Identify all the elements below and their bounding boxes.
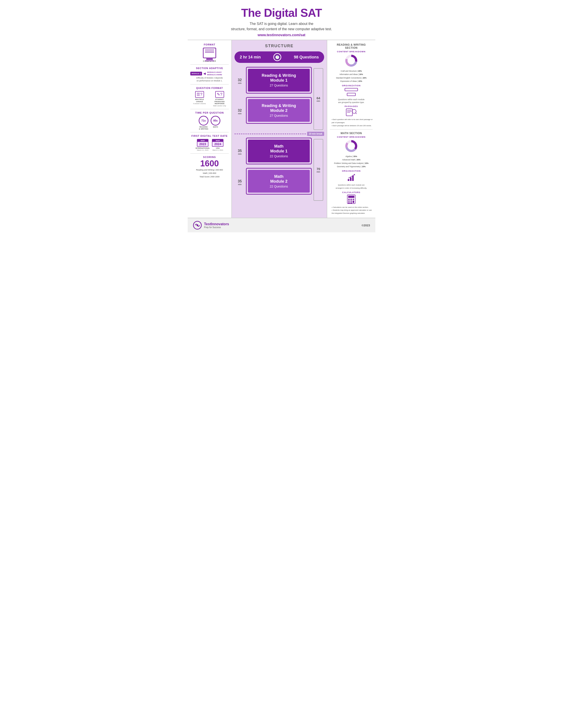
rw-section-title: READING & WRITINGSECTION: [330, 43, 373, 49]
svg-rect-5: [346, 109, 352, 116]
math-time-circle: 95s: [211, 116, 220, 126]
breakdown-item-1: Information and Ideas | 26%: [330, 73, 373, 76]
module2hard-label: MODULE 2-HARD: [207, 74, 222, 76]
question-format-row: ☰? MULTIPLECHOICE 4 answer choices ✎? ST…: [190, 91, 229, 107]
rw-total-unit: min: [317, 100, 320, 102]
math-total-num: 70: [317, 167, 321, 171]
org-icon-row2: [330, 92, 373, 97]
passages-icon: [330, 108, 373, 117]
format-title: FORMAT: [190, 43, 229, 46]
score-detail2: Math | 200-800: [190, 172, 229, 175]
rw-mod2-outline: Reading & WritingModule 2 27 Questions: [246, 97, 312, 124]
rw-module1-name: Reading & WritingModule 1: [251, 73, 306, 83]
svg-rect-28: [348, 202, 350, 203]
clock-icon: 🕐: [273, 53, 281, 61]
rw-mod1-time-unit: min: [238, 82, 241, 84]
total-bar: 2 hr 14 min 🕐 98 Questions: [234, 51, 324, 63]
breakdown-item-3: Expression of Ideas | 20%: [330, 80, 373, 83]
passages-svg: [346, 108, 357, 116]
main-content: FORMAT COMPUTER SECTION ADAPTIVE MODULE …: [188, 40, 375, 218]
testinnovators-logo-icon: [193, 221, 202, 230]
adaptive-diagram: MODULE 1 ◀ MODULE 2-EASY MODULE 2-HARD: [190, 71, 229, 76]
rw-structure: 32 min 32 min Reading & WritingModule 1 …: [234, 66, 324, 131]
score-detail1: Reading and Writing | 200-800: [190, 168, 229, 172]
sr-label: STUDENT-PRODUCEDRESPONSE: [210, 98, 229, 105]
math-module2-questions: 22 Questions: [251, 185, 306, 188]
calc-text: Calculators can be used on the entire se…: [330, 206, 373, 215]
math-module1-questions: 22 Questions: [251, 154, 306, 158]
rw-breakdown-title: CONTENT BREAKDOWN: [330, 50, 373, 53]
break-dashes: [234, 134, 306, 134]
page-title: The Digital SAT: [192, 6, 371, 19]
mc-label: MULTIPLECHOICE: [190, 98, 209, 103]
math-total-time-block: 70 min: [314, 139, 323, 201]
breakdown-item-2: Standard English Conventions | 26%: [330, 76, 373, 80]
calc-icon: [330, 194, 373, 205]
header-url[interactable]: www.testinnovators.com/sat: [192, 33, 371, 37]
rw-mod2-time-unit: min: [238, 113, 241, 115]
org-rect-1: [345, 88, 358, 91]
svg-line-10: [356, 113, 357, 114]
sr-sublabel: Math section only: [210, 105, 229, 107]
svg-rect-26: [351, 201, 352, 202]
header-subtitle: The SAT is going digital. Learn about th…: [192, 21, 371, 32]
math-donut-svg: [345, 139, 358, 153]
logo-name: TestInnovators: [204, 222, 229, 226]
math-module1-name: MathModule 1: [251, 144, 306, 154]
question-format-title: QUESTION FORMAT: [190, 87, 229, 89]
intl-date-cal: MAR 2023: [197, 139, 208, 147]
screen-line-1: [205, 50, 214, 50]
intl-date-box: MAR 2023 INTERNATIONAL March 11, 2023: [195, 139, 210, 151]
org-icon-wrap: [330, 88, 373, 97]
svg-rect-16: [348, 179, 349, 181]
bar-chart-icon: [347, 173, 356, 182]
math-mod2-outline: MathModule 2 22 Questions: [246, 168, 312, 195]
rw-module1-questions: 27 Questions: [251, 84, 306, 87]
score-max: 1600: [190, 159, 229, 168]
footer: TestInnovators Prep for Success ©2023: [188, 218, 375, 232]
usa-year: 2024: [212, 142, 223, 146]
calc-item-0: Calculators can be used on the entire se…: [332, 206, 373, 209]
intl-label: INTERNATIONAL: [195, 147, 210, 149]
score-details: Reading and Writing | 200-800 Math | 200…: [190, 168, 229, 178]
intl-date: March 11, 2023: [195, 149, 210, 151]
svg-rect-27: [353, 201, 354, 203]
footer-copyright: ©2023: [362, 224, 370, 227]
section-adaptive-title: SECTION ADAPTIVE: [190, 67, 229, 69]
total-time: 2 hr 14 min: [240, 55, 261, 60]
computer-icon-wrap: [190, 48, 229, 59]
org-rect-2: [347, 93, 356, 96]
multiple-choice-item: ☰? MULTIPLECHOICE 4 answer choices: [190, 91, 209, 107]
math-item-2: Problem Solving and Data Analysis | 15%: [330, 162, 373, 165]
calc-item-1: Students may bring an approved calculato…: [332, 209, 373, 215]
module1-box: MODULE 1: [190, 72, 202, 75]
math-tpq: 95s MATH: [211, 116, 220, 130]
mc-icon-symbol: ☰?: [196, 92, 202, 97]
svg-point-31: [196, 224, 198, 226]
svg-rect-23: [351, 199, 352, 200]
student-response-icon: ✎?: [215, 91, 224, 98]
first-test-title: FIRST DIGITAL TEST DATE: [190, 135, 229, 137]
rw-org-desc: Questions within each moduleare grouped …: [330, 98, 373, 104]
breakdown-item-0: Craft and Structure | 28%: [330, 69, 373, 73]
math-module2-name: MathModule 2: [251, 174, 306, 184]
math-mod2-time-unit: min: [238, 183, 241, 186]
math-donut: [330, 139, 373, 154]
left-column: FORMAT COMPUTER SECTION ADAPTIVE MODULE …: [188, 40, 232, 218]
reading-tpq: 71s READING& WRITING: [199, 116, 208, 130]
module2easy-label: MODULE 2-EASY: [207, 71, 222, 73]
calculator-icon: [347, 194, 356, 204]
screen-line-3: [205, 52, 214, 53]
rw-module1-card: Reading & WritingModule 1 27 Questions: [248, 69, 310, 92]
math-mod1-time-num: 35: [238, 149, 242, 153]
svg-rect-21: [348, 196, 354, 198]
footer-logo: TestInnovators Prep for Success: [193, 221, 229, 230]
rw-donut: [330, 54, 373, 68]
arrow-split: MODULE 2-EASY MODULE 2-HARD: [207, 71, 222, 76]
screen-lines: [205, 50, 214, 53]
passage-item-0: Each question will refer to its own shor…: [332, 118, 373, 124]
usa-month: MAR: [212, 139, 223, 142]
usa-label: USA: [212, 147, 223, 149]
math-org-icon: [330, 173, 373, 183]
right-column: READING & WRITINGSECTION CONTENT BREAKDO…: [327, 40, 375, 218]
